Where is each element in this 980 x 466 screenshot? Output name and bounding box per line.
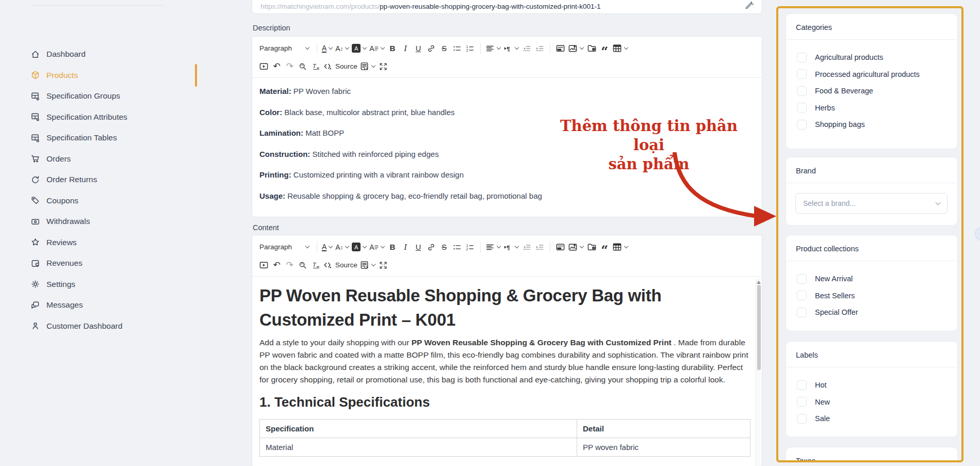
checkbox-icon[interactable] (797, 291, 807, 300)
collection-option[interactable]: Best Sellers (797, 287, 946, 304)
italic-icon[interactable]: I (399, 240, 412, 254)
numbered-list-icon[interactable]: 12 (464, 240, 477, 254)
font-color-icon[interactable]: A (321, 240, 334, 254)
sidebar-item-order-returns[interactable]: Order Returns (30, 169, 195, 190)
numbered-list-icon[interactable]: 12 (464, 42, 477, 55)
sidebar-item-orders[interactable]: Orders (30, 149, 195, 170)
outdent-icon[interactable] (520, 240, 533, 254)
insert-table-icon[interactable] (611, 240, 630, 254)
show-blocks-icon[interactable] (358, 60, 377, 73)
insert-file-icon[interactable] (585, 42, 598, 55)
strikethrough-icon[interactable]: S (438, 240, 451, 254)
checkbox-icon[interactable] (797, 69, 807, 79)
floating-button[interactable] (975, 227, 980, 240)
font-size-icon[interactable]: A↕ (334, 42, 351, 55)
text-direction-icon[interactable]: ¶ (502, 240, 520, 254)
sidebar-item-messages[interactable]: Messages (30, 295, 195, 316)
redo-icon[interactable]: ↷ (283, 60, 296, 73)
find-replace-icon[interactable] (296, 60, 309, 73)
sidebar-item-specification-tables[interactable]: Specification Tables (30, 127, 195, 149)
sidebar-item-reviews[interactable]: Reviews (30, 232, 195, 253)
label-option[interactable]: Hot (797, 377, 946, 394)
insert-media-icon[interactable] (257, 60, 270, 73)
label-option[interactable]: New (797, 394, 946, 411)
align-icon[interactable] (484, 240, 502, 254)
outdent-icon[interactable] (520, 42, 533, 55)
brand-select[interactable]: Select a brand... (795, 193, 948, 214)
fullscreen-icon[interactable] (377, 259, 390, 272)
bold-icon[interactable]: B (386, 240, 399, 254)
checkbox-icon[interactable] (797, 397, 807, 407)
highlight-icon[interactable]: A (351, 42, 368, 55)
font-family-icon[interactable]: A (368, 240, 386, 254)
link-icon[interactable] (425, 42, 438, 55)
insert-image-icon[interactable] (567, 42, 585, 55)
checkbox-icon[interactable] (797, 53, 807, 62)
font-family-icon[interactable]: A (368, 42, 386, 55)
redo-icon[interactable]: ↷ (283, 259, 296, 272)
remove-format-icon[interactable]: T (309, 259, 322, 272)
undo-icon[interactable]: ↶ (270, 60, 283, 73)
font-size-icon[interactable]: A↕ (334, 240, 351, 254)
content-editable-area[interactable]: PP Woven Reusable Shopping & Grocery Bag… (252, 277, 762, 457)
insert-table-icon[interactable] (611, 42, 630, 55)
sidebar-item-specification-groups[interactable]: Specification Groups (30, 86, 195, 107)
undo-icon[interactable]: ↶ (270, 259, 283, 272)
link-icon[interactable] (425, 240, 438, 254)
bulleted-list-icon[interactable] (451, 240, 464, 254)
paragraph-style-dropdown[interactable]: Paragraph (257, 44, 313, 52)
show-blocks-icon[interactable] (358, 259, 377, 272)
html-embed-icon[interactable] (554, 240, 567, 254)
checkbox-icon[interactable] (797, 308, 807, 317)
checkbox-icon[interactable] (797, 414, 807, 424)
underline-icon[interactable]: U (412, 42, 425, 55)
editor-scrollbar[interactable] (756, 279, 761, 466)
category-option[interactable]: Agricultural products (797, 49, 946, 66)
collection-option[interactable]: New Arrival (797, 270, 946, 287)
sidebar-item-customer-dashboard[interactable]: Customer Dashboard (30, 316, 195, 337)
align-icon[interactable] (484, 42, 502, 55)
source-icon[interactable]: Source (322, 259, 358, 272)
category-option[interactable]: Food & Beverage (797, 83, 946, 100)
block-quote-icon[interactable]: “ (598, 240, 611, 254)
checkbox-icon[interactable] (797, 103, 807, 113)
category-option[interactable]: Shopping bags (797, 116, 946, 133)
product-url-input[interactable]: https://matchingvietnam.com/products/pp-… (252, 0, 762, 14)
indent-icon[interactable] (533, 240, 546, 254)
italic-icon[interactable]: I (399, 42, 412, 55)
insert-file-icon[interactable] (585, 240, 598, 254)
label-option[interactable]: Sale (797, 410, 946, 427)
scrollbar-thumb[interactable] (757, 285, 761, 370)
category-option[interactable]: Processed agricultural products (797, 66, 946, 83)
sidebar-item-products[interactable]: Products (30, 65, 195, 86)
bold-icon[interactable]: B (386, 42, 399, 55)
text-direction-icon[interactable]: ¶ (502, 42, 520, 55)
collection-option[interactable]: Special Offer (797, 304, 946, 321)
font-color-icon[interactable]: A (321, 42, 334, 55)
checkbox-icon[interactable] (797, 86, 807, 96)
insert-image-icon[interactable] (567, 240, 585, 254)
remove-format-icon[interactable]: T (309, 60, 322, 73)
insert-media-icon[interactable] (257, 259, 270, 272)
checkbox-icon[interactable] (797, 120, 807, 130)
sidebar-item-withdrawals[interactable]: Withdrawals (30, 211, 195, 232)
html-embed-icon[interactable] (554, 42, 567, 55)
paragraph-style-dropdown[interactable]: Paragraph (257, 243, 313, 251)
strikethrough-icon[interactable]: S (438, 42, 451, 55)
sidebar-item-revenues[interactable]: Revenues (30, 253, 195, 274)
indent-icon[interactable] (533, 42, 546, 55)
wand-edit-icon[interactable] (744, 0, 756, 11)
highlight-icon[interactable]: A (351, 240, 368, 254)
sidebar-item-specification-attributes[interactable]: Specification Attributes (30, 107, 195, 128)
source-icon[interactable]: Source (322, 60, 358, 73)
underline-icon[interactable]: U (412, 240, 425, 254)
sidebar-item-coupons[interactable]: Coupons (30, 190, 195, 212)
sidebar-item-dashboard[interactable]: Dashboard (30, 44, 195, 65)
bulleted-list-icon[interactable] (451, 42, 464, 55)
block-quote-icon[interactable]: “ (598, 42, 611, 55)
sidebar-item-settings[interactable]: Settings (30, 274, 195, 295)
fullscreen-icon[interactable] (377, 60, 390, 73)
checkbox-icon[interactable] (797, 380, 807, 390)
category-option[interactable]: Herbs (797, 100, 946, 117)
checkbox-icon[interactable] (797, 274, 807, 284)
